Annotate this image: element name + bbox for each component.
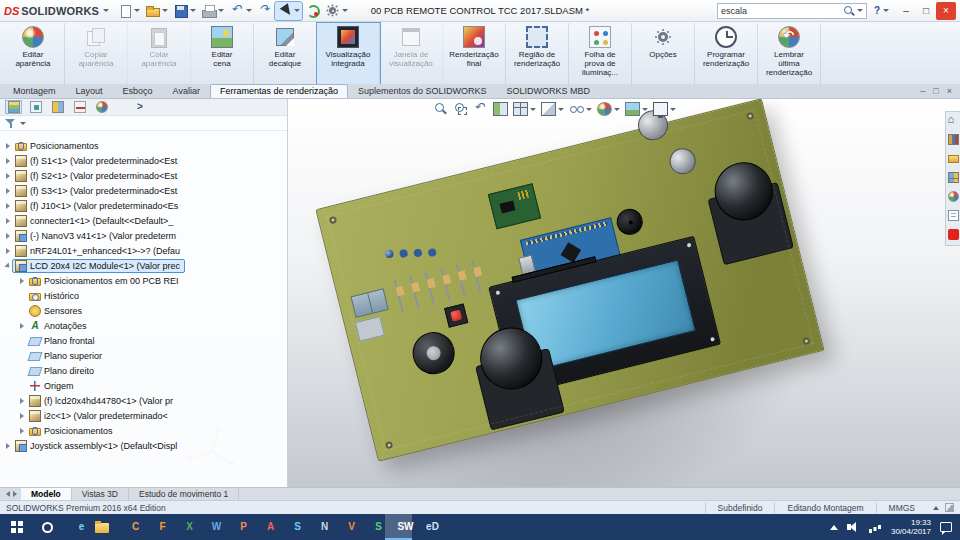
expand-arrow-icon[interactable] — [3, 158, 12, 164]
expand-arrow-icon[interactable] — [3, 203, 12, 209]
visualizacao-integrada-button[interactable]: Visualização integrada — [317, 23, 380, 84]
minimize-button[interactable]: – — [896, 2, 916, 20]
tree-item[interactable]: (f) S2<1> (Valor predeterminado<Est — [0, 168, 287, 183]
tree-item[interactable]: Sensores — [0, 303, 287, 318]
taskbar-firefox[interactable]: F — [142, 514, 169, 540]
doc-close-button[interactable]: × — [947, 85, 952, 97]
programar-renderizacao-button[interactable]: Programar renderização — [695, 23, 758, 84]
doc-restore-button[interactable]: □ — [933, 85, 938, 97]
expand-arrow-icon[interactable] — [17, 323, 26, 329]
view-palette-tab[interactable] — [948, 172, 959, 185]
expand-arrow-icon[interactable] — [3, 218, 12, 224]
zoom-fit-button[interactable] — [432, 101, 449, 117]
taskbar-notepad[interactable]: N — [304, 514, 331, 540]
buzzer[interactable] — [614, 206, 646, 238]
dimxpertmanager-tab[interactable] — [71, 100, 88, 114]
tree-item[interactable]: Plano frontal — [0, 333, 287, 348]
undo-button[interactable] — [227, 2, 254, 20]
display-style-button[interactable] — [540, 101, 565, 117]
ribbon-tab[interactable]: Montagem — [3, 84, 66, 98]
ribbon-tab[interactable]: Avaliar — [163, 84, 210, 98]
expand-arrow-icon[interactable] — [3, 143, 12, 149]
ribbon-tab[interactable]: Ferramentas de renderização — [210, 84, 348, 98]
tree-item[interactable]: (-) NanoV3 v41<1> (Valor predeterm — [0, 228, 287, 243]
forum-tab[interactable] — [948, 229, 959, 242]
nrf24-module[interactable] — [488, 183, 541, 229]
tree-item[interactable]: Origem — [0, 378, 287, 393]
chevron-down-icon[interactable] — [883, 9, 889, 12]
close-button[interactable]: × — [936, 2, 956, 20]
led-cluster[interactable] — [384, 237, 446, 265]
chevron-down-icon[interactable] — [246, 9, 252, 12]
copiar-aparencia-button[interactable]: Copiar aparência — [65, 23, 128, 84]
panel-collapse-button[interactable]: > — [137, 102, 143, 112]
expand-arrow-icon[interactable] — [17, 398, 26, 404]
chevron-down-icon[interactable] — [190, 9, 196, 12]
expand-arrow-icon[interactable] — [3, 233, 12, 239]
editar-aparencia-button[interactable]: Editar aparência — [2, 23, 65, 84]
volume-icon[interactable] — [847, 521, 860, 533]
tree-item[interactable]: (f) lcd20x4hd44780<1> (Valor pr — [0, 393, 287, 408]
tree-item[interactable]: Posicionamentos — [0, 138, 287, 153]
doc-minimize-button[interactable]: – — [920, 85, 925, 97]
units-dropdown-icon[interactable] — [933, 506, 939, 510]
chevron-down-icon[interactable] — [342, 9, 348, 12]
start-button[interactable] — [0, 514, 34, 540]
chevron-down-icon[interactable] — [586, 108, 592, 111]
displaymanager-tab[interactable] — [93, 100, 110, 114]
potentiometer-knob[interactable] — [408, 328, 459, 379]
edit-appearance-button[interactable] — [596, 101, 621, 117]
tree-item[interactable]: Anotações — [0, 318, 287, 333]
scroll-left-icon[interactable] — [6, 491, 10, 497]
featuremanager-tab[interactable] — [5, 100, 22, 114]
chevron-down-icon[interactable] — [294, 9, 300, 12]
action-center-icon[interactable] — [940, 522, 952, 532]
expand-arrow-icon[interactable] — [17, 278, 26, 284]
ribbon-tab[interactable]: Esboço — [113, 84, 163, 98]
tree-item[interactable]: nRF24L01+_enhanced<1>->? (Defau — [0, 243, 287, 258]
janela-de-visualizacao-button[interactable]: Janela de visualização — [380, 23, 443, 84]
taskbar-word[interactable]: W — [196, 514, 223, 540]
custom-properties-tab[interactable] — [948, 210, 959, 223]
chevron-down-icon[interactable] — [670, 108, 676, 111]
new-document-button[interactable] — [115, 2, 142, 20]
expand-arrow-icon[interactable] — [3, 188, 12, 194]
tree-item[interactable]: connecter1<1> (Default<<Default>_ — [0, 213, 287, 228]
home-tab[interactable] — [948, 115, 959, 128]
apply-scene-button[interactable] — [624, 101, 649, 117]
taskbar-solidworks[interactable]: SW — [385, 514, 412, 540]
open-document-button[interactable] — [143, 2, 170, 20]
tree-item[interactable]: i2c<1> (Valor predeterminado< — [0, 408, 287, 423]
expand-arrow-icon[interactable] — [3, 263, 12, 269]
expand-arrow-icon[interactable] — [3, 443, 12, 449]
chevron-down-icon[interactable] — [162, 9, 168, 12]
document-tab[interactable]: Modelo — [21, 488, 72, 500]
save-button[interactable] — [171, 2, 198, 20]
redo-button[interactable] — [255, 2, 274, 20]
rebuild-button[interactable] — [303, 2, 322, 20]
menu-expand-icon[interactable] — [103, 9, 109, 12]
tree-item[interactable]: Joystick assembly<1> (Default<Displ — [0, 438, 287, 453]
design-library-tab[interactable] — [948, 134, 959, 147]
expand-arrow-icon[interactable] — [17, 413, 26, 419]
propertymanager-tab[interactable] — [27, 100, 44, 114]
task-pane-toggle-icon[interactable] — [945, 503, 954, 512]
resistor-row[interactable] — [394, 257, 491, 312]
configurationmanager-tab[interactable] — [49, 100, 66, 114]
taskbar-cortana[interactable] — [34, 514, 61, 540]
taskbar-edge[interactable]: e — [61, 514, 88, 540]
taskbar-file-explorer[interactable] — [88, 514, 115, 540]
ribbon-tab[interactable]: SOLIDWORKS MBD — [497, 84, 601, 98]
taskbar-skype[interactable]: S — [277, 514, 304, 540]
chevron-down-icon[interactable] — [134, 9, 140, 12]
taskbar-chrome[interactable]: C — [115, 514, 142, 540]
tab-scroll-buttons[interactable] — [2, 488, 21, 500]
tree-item[interactable]: (f) S3<1> (Valor predeterminado<Est — [0, 183, 287, 198]
taskbar-acrobat[interactable]: A — [250, 514, 277, 540]
tree-item[interactable]: Posicionamentos — [0, 423, 287, 438]
tree-item[interactable]: LCD 20x4 I2C Module<1> (Valor prec — [0, 258, 287, 273]
ribbon-tab[interactable]: Layout — [66, 84, 113, 98]
maximize-button[interactable]: □ — [916, 2, 936, 20]
search-options-icon[interactable] — [857, 9, 863, 12]
colar-aparencia-button[interactable]: Colar aparência — [128, 23, 191, 84]
